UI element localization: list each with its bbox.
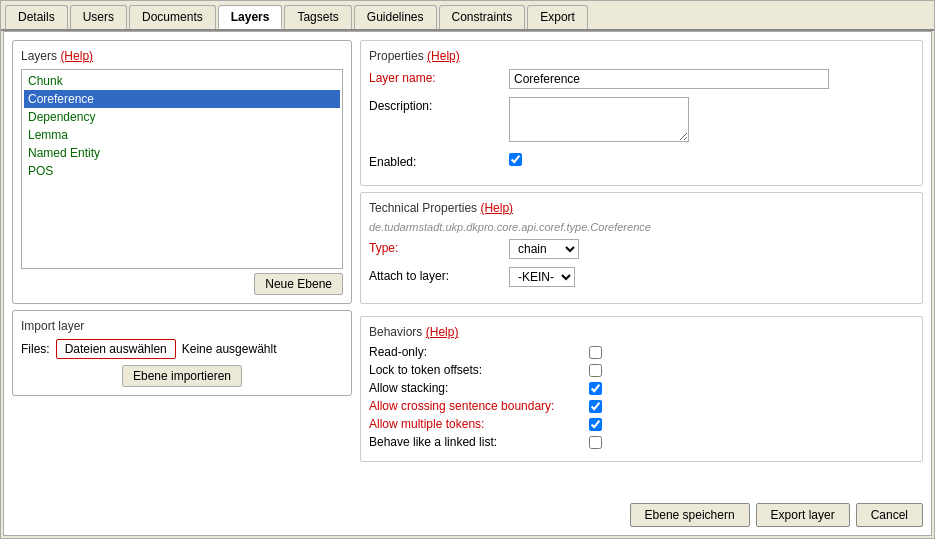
attach-row: Attach to layer: -KEIN- (369, 267, 914, 287)
bottom-buttons: Ebene speichern Export layer Cancel (360, 495, 923, 527)
enabled-label: Enabled: (369, 153, 509, 169)
main-container: Details Users Documents Layers Tagsets G… (0, 0, 935, 539)
behavior-checkbox-5[interactable] (589, 436, 602, 449)
attach-value: -KEIN- (509, 267, 914, 287)
tech-title: Technical Properties (Help) (369, 201, 914, 215)
content-area: Layers (Help) ChunkCoreferenceDependency… (3, 31, 932, 536)
tab-guidelines[interactable]: Guidelines (354, 5, 437, 29)
layer-name-value (509, 69, 914, 89)
export-layer-button[interactable]: Export layer (756, 503, 850, 527)
behavior-checkbox-4[interactable] (589, 418, 602, 431)
tab-users[interactable]: Users (70, 5, 127, 29)
type-value: chain span relation (509, 239, 914, 259)
tab-bar: Details Users Documents Layers Tagsets G… (1, 1, 934, 31)
behavior-label-4: Allow multiple tokens: (369, 417, 589, 431)
import-section: Import layer Files: Dateien auswählen Ke… (12, 310, 352, 396)
properties-section: Properties (Help) Layer name: Descriptio… (360, 40, 923, 186)
behavior-row-4: Allow multiple tokens: (369, 417, 914, 431)
behavior-label-1: Lock to token offsets: (369, 363, 589, 377)
layer-item[interactable]: Dependency (24, 108, 340, 126)
layer-item[interactable]: Named Entity (24, 144, 340, 162)
behavior-row-0: Read-only: (369, 345, 914, 359)
behavior-checkbox-1[interactable] (589, 364, 602, 377)
tab-layers[interactable]: Layers (218, 5, 283, 29)
description-label: Description: (369, 97, 509, 113)
behavior-label-0: Read-only: (369, 345, 589, 359)
tab-tagsets[interactable]: Tagsets (284, 5, 351, 29)
layers-section-title: Layers (Help) (21, 49, 343, 63)
tab-details[interactable]: Details (5, 5, 68, 29)
layers-list[interactable]: ChunkCoreferenceDependencyLemmaNamed Ent… (21, 69, 343, 269)
description-value (509, 97, 914, 145)
behavior-checkbox-0[interactable] (589, 346, 602, 359)
import-title: Import layer (21, 319, 343, 333)
tab-export[interactable]: Export (527, 5, 588, 29)
description-input[interactable] (509, 97, 689, 142)
layers-help-link[interactable]: (Help) (60, 49, 93, 63)
save-button[interactable]: Ebene speichern (630, 503, 750, 527)
type-select[interactable]: chain span relation (509, 239, 579, 259)
tech-note: de.tudarmstadt.ukp.dkpro.core.api.coref.… (369, 221, 914, 233)
layers-label: Layers (21, 49, 57, 63)
behavior-label-3: Allow crossing sentence boundary: (369, 399, 589, 413)
behavior-row-2: Allow stacking: (369, 381, 914, 395)
properties-title: Properties (Help) (369, 49, 914, 63)
files-label: Files: (21, 342, 50, 356)
behavior-label-2: Allow stacking: (369, 381, 589, 395)
enabled-row: Enabled: (369, 153, 914, 169)
import-layer-button[interactable]: Ebene importieren (122, 365, 242, 387)
layer-name-label: Layer name: (369, 69, 509, 85)
layer-item[interactable]: Chunk (24, 72, 340, 90)
behavior-row-5: Behave like a linked list: (369, 435, 914, 449)
attach-select[interactable]: -KEIN- (509, 267, 575, 287)
layer-name-row: Layer name: (369, 69, 914, 89)
behavior-row-1: Lock to token offsets: (369, 363, 914, 377)
layers-section: Layers (Help) ChunkCoreferenceDependency… (12, 40, 352, 304)
behaviors-help-link[interactable]: (Help) (426, 325, 459, 339)
description-row: Description: (369, 97, 914, 145)
behavior-row-3: Allow crossing sentence boundary: (369, 399, 914, 413)
no-file-label: Keine ausgewählt (182, 342, 277, 356)
layer-item[interactable]: Coreference (24, 90, 340, 108)
left-panel: Layers (Help) ChunkCoreferenceDependency… (12, 40, 352, 527)
enabled-checkbox-container (509, 153, 914, 169)
layer-item[interactable]: Lemma (24, 126, 340, 144)
import-row: Files: Dateien auswählen Keine ausgewähl… (21, 339, 343, 359)
layer-item[interactable]: POS (24, 162, 340, 180)
behaviors-label: Behaviors (369, 325, 422, 339)
behaviors-section: Behaviors (Help) Read-only:Lock to token… (360, 316, 923, 462)
tech-label: Technical Properties (369, 201, 477, 215)
attach-label: Attach to layer: (369, 267, 509, 283)
layer-name-input[interactable] (509, 69, 829, 89)
enabled-checkbox[interactable] (509, 153, 522, 166)
right-panel: Properties (Help) Layer name: Descriptio… (360, 40, 923, 527)
neue-ebene-button[interactable]: Neue Ebene (254, 273, 343, 295)
tab-constraints[interactable]: Constraints (439, 5, 526, 29)
behavior-checkbox-3[interactable] (589, 400, 602, 413)
cancel-button[interactable]: Cancel (856, 503, 923, 527)
behaviors-title: Behaviors (Help) (369, 325, 914, 339)
behavior-label-5: Behave like a linked list: (369, 435, 589, 449)
properties-label: Properties (369, 49, 424, 63)
behaviors-container: Read-only:Lock to token offsets:Allow st… (369, 345, 914, 449)
tech-properties-section: Technical Properties (Help) de.tudarmsta… (360, 192, 923, 304)
behavior-checkbox-2[interactable] (589, 382, 602, 395)
type-row: Type: chain span relation (369, 239, 914, 259)
type-label: Type: (369, 239, 509, 255)
tab-documents[interactable]: Documents (129, 5, 216, 29)
tech-help-link[interactable]: (Help) (480, 201, 513, 215)
choose-file-button[interactable]: Dateien auswählen (56, 339, 176, 359)
properties-help-link[interactable]: (Help) (427, 49, 460, 63)
